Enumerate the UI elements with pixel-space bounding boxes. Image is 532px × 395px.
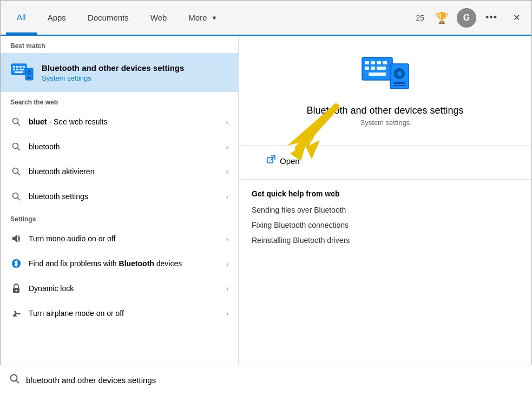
lock-icon	[10, 282, 22, 294]
airplane-icon	[10, 307, 22, 319]
trophy-icon-btn[interactable]: 🏆	[432, 8, 451, 28]
help-section: Get quick help from web Sending files ov…	[239, 180, 531, 261]
svg-point-25	[16, 290, 17, 292]
tab-apps[interactable]: Apps	[37, 1, 77, 35]
svg-rect-4	[23, 66, 25, 68]
svg-rect-29	[371, 61, 375, 64]
right-panel: Bluetooth and other devices settings Sys…	[239, 36, 531, 365]
notification-count: 25	[416, 14, 424, 22]
list-item[interactable]: bluetooth ›	[1, 134, 238, 159]
app-icon-large	[361, 52, 410, 97]
best-match-item[interactable]: Bluetooth and other devices settings Sys…	[1, 53, 238, 92]
tab-more[interactable]: More ▼	[178, 1, 228, 35]
list-item[interactable]: Turn mono audio on or off ›	[1, 226, 238, 251]
svg-rect-1	[13, 66, 15, 68]
list-item[interactable]: Find and fix problems with Bluetooth dev…	[1, 251, 238, 276]
speaker-icon	[10, 233, 22, 245]
search-icon	[10, 116, 22, 128]
search-icon	[10, 190, 22, 202]
help-link[interactable]: Reinstalling Bluetooth drivers	[252, 236, 518, 245]
best-match-title: Bluetooth and other devices settings	[42, 63, 228, 74]
result-text: Dynamic lock	[29, 284, 220, 293]
chevron-right-icon: ›	[226, 143, 228, 151]
chevron-down-icon: ▼	[212, 15, 218, 21]
open-row: Open	[239, 146, 531, 180]
right-app-title: Bluetooth and other devices settings	[306, 105, 463, 116]
close-btn[interactable]: ✕	[507, 8, 526, 28]
tab-all[interactable]: All	[6, 1, 37, 35]
svg-line-45	[16, 380, 19, 383]
svg-rect-28	[365, 61, 369, 64]
left-panel: Best match	[1, 36, 239, 365]
svg-point-11	[28, 71, 30, 74]
right-top: Bluetooth and other devices settings Sys…	[239, 36, 531, 146]
svg-rect-6	[16, 69, 18, 70]
search-icon	[10, 374, 19, 386]
svg-rect-13	[27, 78, 31, 79]
list-item[interactable]: Turn airplane mode on or off ›	[1, 301, 238, 326]
chevron-right-icon: ›	[226, 168, 228, 176]
search-icon	[10, 166, 22, 177]
result-text: Turn mono audio on or off	[29, 234, 220, 243]
search-bar[interactable]: bluetooth and other devices settings	[0, 365, 532, 395]
svg-rect-32	[365, 67, 369, 70]
help-link[interactable]: Fixing Bluetooth connections	[252, 221, 518, 229]
result-text: Find and fix problems with Bluetooth dev…	[29, 259, 220, 268]
chevron-right-icon: ›	[226, 260, 228, 268]
best-match-subtitle: System settings	[42, 74, 228, 82]
help-section-title: Get quick help from web	[252, 189, 518, 198]
list-item[interactable]: bluetooth settings ›	[1, 184, 238, 209]
svg-rect-33	[371, 67, 375, 70]
chevron-right-icon: ›	[226, 235, 228, 243]
top-bar-right: 25 🏆 G ••• ✕	[416, 8, 531, 28]
search-input[interactable]: bluetooth and other devices settings	[26, 376, 522, 385]
svg-rect-5	[13, 69, 15, 70]
svg-rect-31	[383, 61, 387, 64]
chevron-right-icon: ›	[226, 310, 228, 318]
svg-rect-26	[13, 316, 17, 317]
chevron-right-icon: ›	[226, 285, 228, 293]
result-text: Turn airplane mode on or off	[29, 309, 220, 318]
chevron-right-icon: ›	[226, 193, 228, 201]
best-match-text: Bluetooth and other devices settings Sys…	[42, 63, 228, 83]
svg-rect-40	[393, 82, 405, 84]
result-text: bluetooth aktivieren	[29, 167, 220, 176]
settings-section-label: Settings	[1, 209, 238, 226]
svg-line-15	[18, 123, 20, 126]
svg-marker-22	[12, 235, 17, 242]
svg-rect-8	[15, 71, 23, 73]
search-icon	[10, 141, 22, 153]
svg-rect-30	[377, 61, 381, 64]
right-app-subtitle: System settings	[360, 119, 410, 127]
bluetooth-icon	[10, 258, 22, 269]
result-text: bluetooth	[29, 142, 220, 151]
result-text: bluetooth settings	[29, 192, 220, 201]
chevron-right-icon: ›	[226, 118, 228, 126]
svg-line-17	[18, 148, 20, 150]
svg-rect-35	[369, 73, 386, 76]
svg-point-39	[398, 72, 401, 75]
svg-rect-2	[16, 66, 18, 68]
open-external-icon	[267, 155, 275, 166]
svg-rect-34	[377, 67, 386, 70]
list-item[interactable]: bluetooth aktivieren ›	[1, 159, 238, 184]
help-link[interactable]: Sending files over Bluetooth	[252, 206, 518, 214]
list-item[interactable]: bluet - See web results ›	[1, 109, 238, 134]
web-section-label: Search the web	[1, 92, 238, 109]
result-text: bluet - See web results	[29, 117, 220, 126]
more-options-btn[interactable]: •••	[482, 8, 501, 28]
list-item[interactable]: Dynamic lock ›	[1, 276, 238, 301]
open-button[interactable]: Open	[257, 151, 310, 170]
svg-line-21	[18, 198, 20, 200]
tab-web[interactable]: Web	[140, 1, 178, 35]
main-area: Best match	[1, 36, 531, 365]
svg-rect-41	[393, 85, 405, 86]
avatar-btn[interactable]: G	[457, 8, 476, 28]
svg-rect-3	[19, 66, 22, 68]
svg-rect-7	[19, 69, 24, 70]
tab-documents[interactable]: Documents	[77, 1, 140, 35]
top-bar: All Apps Documents Web More ▼ 25 🏆 G •••…	[1, 1, 531, 36]
bluetooth-settings-icon	[10, 61, 34, 84]
svg-rect-12	[27, 77, 31, 78]
best-match-label: Best match	[1, 36, 238, 53]
